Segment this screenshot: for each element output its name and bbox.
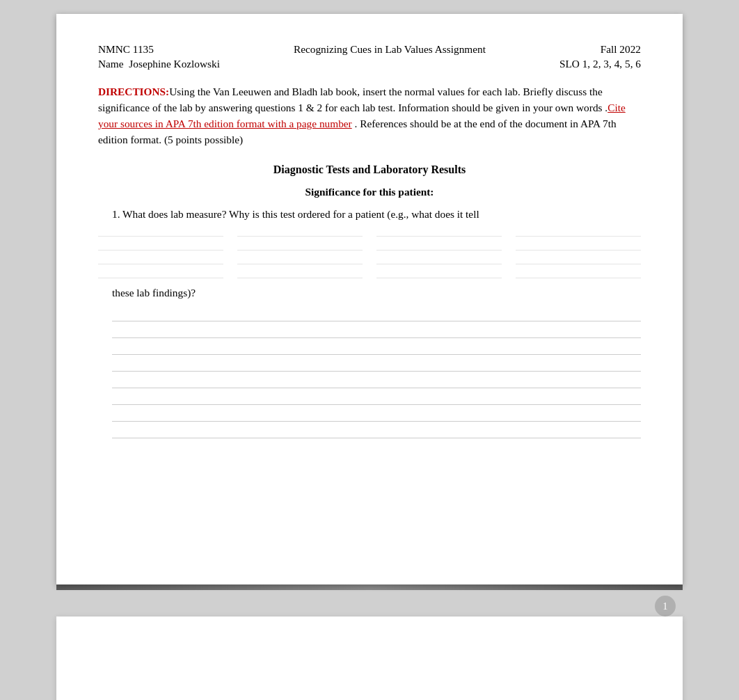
faded-line [237,269,363,278]
faded-line [237,227,363,237]
faded-line-row-3 [98,255,641,264]
question-1-text: 1. What does lab measure? Why is this te… [112,208,479,220]
header: NMNC 1135 Name Josephine Kozlowski Recog… [98,42,641,72]
faded-line [516,269,641,278]
answer-area [112,308,641,438]
significance-label: Significance for this patient: [98,184,641,199]
faded-line [98,255,223,264]
answer-line [112,358,641,372]
answer-line [112,308,641,321]
faded-line [516,241,641,250]
faded-line-row-4 [98,269,641,278]
answer-line [112,324,641,338]
course-code: NMNC 1135 [98,42,220,56]
slo: SLO 1, 2, 3, 4, 5, 6 [559,56,641,71]
answer-line [112,374,641,388]
directions-block: DIRECTIONS:Using the Van Leeuwen and Bla… [98,84,641,148]
page-number-area: 1 [56,590,683,617]
faded-line-row-1 [98,227,641,237]
question-1-continuation: these lab findings)? [112,285,641,300]
faded-line [98,241,223,250]
answer-line [112,391,641,405]
faded-line [98,269,223,278]
question-1: 1. What does lab measure? Why is this te… [112,207,641,221]
faded-line [376,269,502,278]
faded-line [376,241,502,250]
directions-text-1: Using the Van Leeuwen and Bladh lab book… [98,86,607,113]
faded-line [376,227,502,237]
semester: Fall 2022 [559,42,641,56]
answer-line [112,408,641,422]
assignment-title: Recognizing Cues in Lab Values Assignmen… [294,43,486,55]
faded-lines-area [98,227,641,278]
section-title: Diagnostic Tests and Laboratory Results [98,162,641,177]
student-name-label: Name Josephine Kozlowski [98,56,220,71]
answer-line [112,424,641,438]
document-page: NMNC 1135 Name Josephine Kozlowski Recog… [56,14,683,584]
page-number: 1 [655,596,676,617]
directions-label: DIRECTIONS: [98,86,169,97]
header-right: Fall 2022 SLO 1, 2, 3, 4, 5, 6 [559,42,641,72]
page-divider [56,584,683,590]
faded-line [98,227,223,237]
faded-line-row-2 [98,241,641,250]
faded-line [237,241,363,250]
faded-line [376,255,502,264]
faded-line [516,255,641,264]
header-left: NMNC 1135 Name Josephine Kozlowski [98,42,220,72]
header-center: Recognizing Cues in Lab Values Assignmen… [220,42,559,56]
answer-line [112,341,641,355]
below-bar-area [56,617,683,700]
answer-lines [112,308,641,438]
faded-line [237,255,363,264]
faded-line [516,227,641,237]
